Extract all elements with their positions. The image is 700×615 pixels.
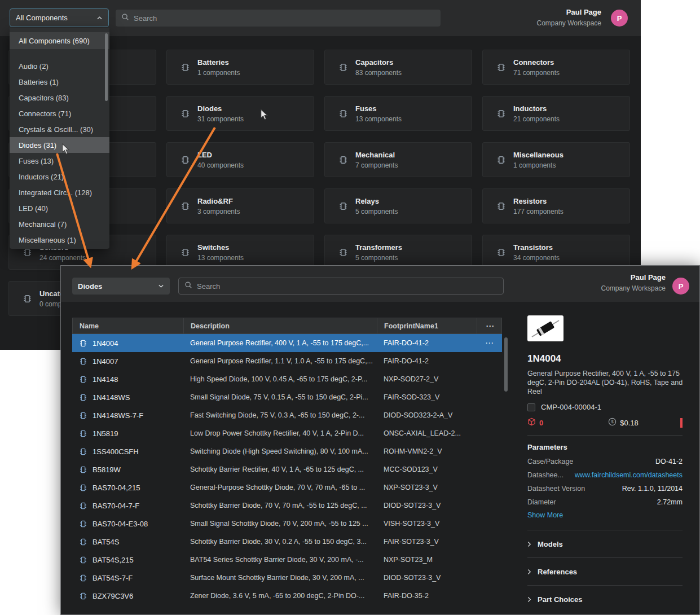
component-chip-icon bbox=[180, 63, 190, 72]
section-part-choices[interactable]: Part Choices bbox=[527, 585, 683, 613]
component-chip-icon bbox=[79, 339, 87, 348]
category-card[interactable]: Miscellaneous1 components bbox=[482, 142, 630, 177]
table-row[interactable]: 1N4148High Speed Diode, 100 V, 0.45 A, -… bbox=[72, 370, 502, 388]
show-more-link[interactable]: Show More bbox=[527, 511, 563, 519]
category-dropdown-button[interactable]: Diodes bbox=[72, 278, 170, 295]
component-name: BAS70-04,215 bbox=[93, 484, 140, 492]
category-count: 31 components bbox=[197, 115, 244, 123]
dropdown-item[interactable]: Miscellaneous (1) bbox=[10, 232, 109, 248]
table-row[interactable]: 1N4004General Purpose Rectifier, 400 V, … bbox=[72, 334, 502, 352]
category-count: 1 components bbox=[513, 161, 563, 169]
user-avatar[interactable]: P bbox=[611, 10, 628, 27]
table-row[interactable]: BAT54S,215BAT54 Series Schottky Barrier … bbox=[72, 551, 502, 569]
category-filter-dropdown-button[interactable]: All Components bbox=[10, 8, 109, 27]
component-id-row: CMP-004-00004-1 bbox=[527, 403, 683, 411]
component-footprint: FAIR-SOD-323_V bbox=[377, 393, 477, 401]
dropdown-item[interactable]: Inductors (21) bbox=[10, 169, 109, 184]
dropdown-item[interactable]: Fuses (13) bbox=[10, 153, 109, 169]
table-row[interactable]: BAS70-04-E3-08Small Signal Schottky Diod… bbox=[72, 515, 502, 533]
component-name: BAT54S bbox=[93, 538, 119, 546]
table-row[interactable]: BAS70-04-7-FSchottky Barrier Diode, 70 V… bbox=[72, 497, 502, 515]
column-header-footprint[interactable]: FootprintName1 bbox=[377, 318, 477, 333]
component-chip-icon bbox=[338, 248, 348, 257]
table-row[interactable]: 1N5819Low Drop Power Schottky Rectifier,… bbox=[72, 424, 502, 442]
component-footprint: DIOD-SOT23-3_V bbox=[377, 502, 477, 509]
dropdown-item[interactable]: Capacitors (83) bbox=[10, 90, 109, 106]
category-card[interactable]: Batteries1 components bbox=[166, 50, 314, 85]
dropdown-item[interactable]: Audio (2) bbox=[10, 58, 109, 74]
category-card[interactable]: Fuses13 components bbox=[324, 96, 472, 131]
category-name: Resistors bbox=[513, 197, 563, 205]
user-info[interactable]: Paul Page Company Workspace bbox=[537, 8, 602, 27]
component-footprint: MCC-SOD123_V bbox=[377, 465, 477, 473]
search-input[interactable] bbox=[134, 14, 435, 23]
column-header-description[interactable]: Description bbox=[184, 318, 377, 333]
category-card[interactable]: Transformers5 components bbox=[324, 235, 472, 270]
dropdown-item[interactable]: Crystals & Oscill... (30) bbox=[10, 121, 109, 137]
user-avatar[interactable]: P bbox=[672, 278, 689, 295]
category-card[interactable]: Inductors21 components bbox=[482, 96, 630, 131]
table-row[interactable]: B5819WSchottky Barrier Rectifier, 40 V, … bbox=[72, 460, 502, 478]
table-header-more-button[interactable]: ⋯ bbox=[477, 318, 503, 333]
category-card[interactable]: Switches13 components bbox=[166, 235, 314, 270]
section-label: Models bbox=[538, 540, 563, 548]
table-body: 1N4004General Purpose Rectifier, 400 V, … bbox=[72, 334, 502, 605]
parameter-label: Datashee... bbox=[527, 471, 563, 479]
dropdown-item-all-components[interactable]: All Components (690) bbox=[10, 32, 109, 49]
row-more-button[interactable]: ⋯ bbox=[485, 338, 494, 348]
category-name: Transistors bbox=[513, 243, 560, 252]
component-description: High Speed Diode, 100 V, 0.45 A, -65 to … bbox=[183, 375, 377, 383]
category-card[interactable]: Diodes31 components bbox=[166, 96, 314, 131]
component-footprint: FAIR-DO-41-2 bbox=[377, 357, 477, 365]
parameter-row: Diameter2.72mm bbox=[527, 495, 683, 509]
parameter-row: Case/PackageDO-41-2 bbox=[527, 455, 683, 468]
category-count: 83 components bbox=[355, 69, 402, 77]
table-row[interactable]: BZX79C3V6Zener Diode, 3.6 V, 5 mA, -65 t… bbox=[72, 587, 502, 605]
section-references[interactable]: References bbox=[527, 557, 683, 585]
dropdown-item[interactable]: Mechanical (7) bbox=[10, 216, 109, 232]
component-name: 1N4148 bbox=[93, 375, 118, 384]
component-footprint: ROHM-VMN2-2_V bbox=[377, 447, 477, 455]
search-icon bbox=[121, 13, 129, 23]
category-card[interactable]: Relays5 components bbox=[324, 188, 472, 223]
table-row[interactable]: 1N4148WS-7-FFast Switching Diode, 75 V, … bbox=[72, 406, 502, 424]
category-card[interactable]: Mechanical7 components bbox=[324, 142, 472, 177]
category-card[interactable]: Resistors177 components bbox=[482, 188, 630, 223]
table-scrollbar[interactable] bbox=[504, 337, 508, 392]
component-search-box[interactable] bbox=[178, 278, 504, 295]
category-card[interactable]: Connectors71 components bbox=[482, 50, 630, 85]
category-card[interactable]: Transistors34 components bbox=[482, 235, 630, 270]
dropdown-item[interactable]: Integrated Circ... (128) bbox=[10, 184, 109, 200]
dropdown-item[interactable]: Diodes (31) bbox=[10, 137, 109, 153]
category-count: 13 components bbox=[355, 115, 402, 123]
component-name: 1N4004 bbox=[93, 339, 118, 348]
dropdown-item[interactable]: LED (40) bbox=[10, 200, 109, 216]
library-search-box[interactable] bbox=[116, 10, 441, 27]
category-filter-label: All Components bbox=[16, 14, 68, 22]
user-name: Paul Page bbox=[537, 8, 602, 16]
search-input[interactable] bbox=[197, 282, 498, 291]
category-count: 13 components bbox=[197, 254, 244, 262]
table-row[interactable]: BAT54SSchottky Barrier Diode, 30 V, 0.2 … bbox=[72, 533, 502, 551]
table-row[interactable]: BAS70-04,215General-Purpose Schottky Dio… bbox=[72, 478, 502, 497]
dropdown-scrollbar[interactable] bbox=[105, 33, 108, 101]
chevron-right-icon bbox=[527, 569, 531, 575]
dropdown-item[interactable]: Connectors (71) bbox=[10, 106, 109, 121]
dropdown-item[interactable]: Batteries (1) bbox=[10, 74, 109, 90]
column-header-name[interactable]: Name bbox=[73, 318, 184, 333]
category-card[interactable]: Capacitors83 components bbox=[324, 50, 472, 85]
category-card[interactable]: LED40 components bbox=[166, 142, 314, 177]
category-card[interactable]: Radio&RF3 components bbox=[166, 188, 314, 223]
table-row[interactable]: 1SS400CSFHSwitching Diode (High Speed Sw… bbox=[72, 442, 502, 460]
category-name: Fuses bbox=[355, 104, 402, 113]
table-row[interactable]: 1N4007General Purpose Rectifier, 1.1 V, … bbox=[72, 352, 502, 370]
section-models[interactable]: Models bbox=[527, 530, 683, 557]
component-name: BAS70-04-E3-08 bbox=[93, 520, 148, 528]
component-checkbox[interactable] bbox=[527, 403, 535, 411]
parameter-link[interactable]: www.fairchildsemi.com/datasheets bbox=[575, 471, 683, 479]
table-row[interactable]: BAT54S-7-FSurface Mount Schottky Barrier… bbox=[72, 569, 502, 587]
table-header: Name Description FootprintName1 ⋯ bbox=[72, 318, 502, 334]
user-info[interactable]: Paul Page Company Workspace bbox=[601, 273, 666, 292]
component-chip-icon bbox=[496, 201, 506, 211]
table-row[interactable]: 1N4148WSSmall Signal Diode, 75 V, 0.15 A… bbox=[72, 388, 502, 406]
